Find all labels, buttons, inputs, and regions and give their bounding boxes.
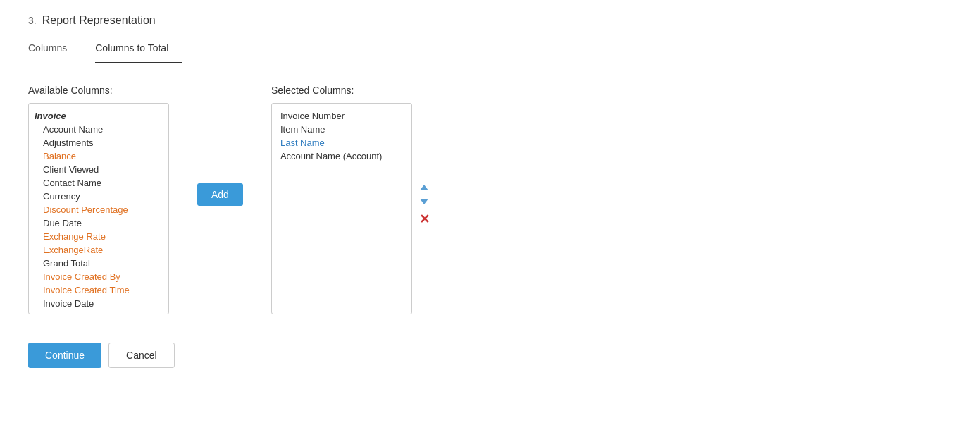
list-item[interactable]: Account Name <box>29 123 168 136</box>
step-number: 3. <box>28 15 37 26</box>
tab-columns[interactable]: Columns <box>28 34 81 63</box>
selected-item[interactable]: Last Name <box>272 136 411 149</box>
list-item[interactable]: Balance <box>29 149 168 163</box>
columns-section: Available Columns: Invoice Account Name … <box>28 85 952 314</box>
tab-columns-to-total[interactable]: Columns to Total <box>95 34 182 63</box>
list-item[interactable]: Currency <box>29 190 168 203</box>
list-item[interactable]: Adjustments <box>29 136 168 149</box>
remove-icon: ✕ <box>419 213 430 226</box>
add-button-container: Add <box>197 85 243 206</box>
cancel-button[interactable]: Cancel <box>108 343 175 368</box>
remove-button[interactable]: ✕ <box>418 211 431 227</box>
list-item[interactable]: Invoice Date <box>29 297 168 310</box>
arrow-up-icon <box>420 185 428 190</box>
list-item[interactable]: Invoice Last Activity Time <box>29 310 168 314</box>
controls-column: ✕ <box>418 85 431 227</box>
selected-columns-label: Selected Columns: <box>271 85 412 96</box>
list-item[interactable]: Invoice Created Time <box>29 283 168 297</box>
selected-columns-area: Selected Columns: Invoice Number Item Na… <box>271 85 431 314</box>
continue-button[interactable]: Continue <box>28 343 101 368</box>
selected-item[interactable]: Account Name (Account) <box>272 149 411 163</box>
list-item[interactable]: Discount Percentage <box>29 203 168 216</box>
page-title: Report Representation <box>42 14 156 27</box>
selected-columns-container: Selected Columns: Invoice Number Item Na… <box>271 85 412 314</box>
move-down-button[interactable] <box>418 197 430 206</box>
page-header: 3. Report Representation <box>0 0 980 34</box>
list-item[interactable]: Grand Total <box>29 257 168 270</box>
available-group-invoice[interactable]: Invoice <box>29 109 168 123</box>
add-button[interactable]: Add <box>197 183 243 206</box>
list-item[interactable]: ExchangeRate <box>29 243 168 257</box>
selected-columns-list[interactable]: Invoice Number Item Name Last Name Accou… <box>271 103 412 314</box>
list-item[interactable]: Exchange Rate <box>29 230 168 243</box>
move-up-button[interactable] <box>418 183 430 192</box>
available-columns-list[interactable]: Invoice Account Name Adjustments Balance… <box>28 103 169 314</box>
footer-buttons: Continue Cancel <box>28 343 952 368</box>
selected-item[interactable]: Invoice Number <box>272 109 411 123</box>
main-content: Available Columns: Invoice Account Name … <box>0 63 980 389</box>
available-columns-label: Available Columns: <box>28 85 169 96</box>
list-item[interactable]: Due Date <box>29 216 168 230</box>
arrow-down-icon <box>420 199 428 204</box>
list-item[interactable]: Invoice Created By <box>29 270 168 283</box>
list-item[interactable]: Client Viewed <box>29 163 168 176</box>
available-columns-container: Available Columns: Invoice Account Name … <box>28 85 169 314</box>
tabs-bar: Columns Columns to Total <box>0 34 980 63</box>
selected-item[interactable]: Item Name <box>272 123 411 136</box>
list-item[interactable]: Contact Name <box>29 176 168 190</box>
